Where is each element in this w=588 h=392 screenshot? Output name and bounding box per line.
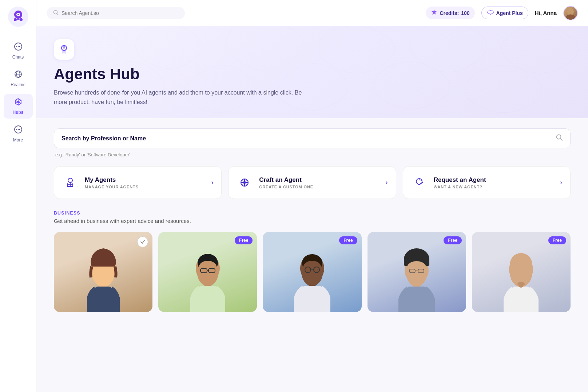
svg-point-23	[16, 129, 17, 130]
hero-description: Browse hundreds of done-for-you AI agent…	[54, 88, 309, 107]
craft-agent-card[interactable]: Craft an Agent CREATE A CUSTOM ONE ›	[228, 166, 396, 199]
credits-text: Credits:	[440, 10, 459, 16]
sidebar-item-label: Realms	[11, 82, 25, 87]
my-agents-title: My Agents	[85, 176, 205, 184]
craft-agent-arrow: ›	[386, 179, 388, 186]
header-right: Credits: 100 Agent Plus Hi, Anna	[426, 6, 578, 20]
global-search-input[interactable]	[61, 10, 178, 16]
main-area: Credits: 100 Agent Plus Hi, Anna	[36, 0, 588, 392]
svg-point-25	[19, 129, 20, 130]
credits-value: 100	[461, 10, 469, 16]
credits-badge: Credits: 100	[426, 7, 474, 19]
svg-point-3	[17, 14, 19, 15]
header: Credits: 100 Agent Plus Hi, Anna	[36, 0, 588, 26]
svg-rect-6	[17, 19, 20, 20]
search-icon	[53, 10, 59, 16]
agent-card[interactable]: Free	[368, 232, 466, 312]
chats-icon	[14, 42, 23, 53]
request-agent-title: Request an Agent	[434, 176, 554, 184]
hubs-icon	[14, 97, 23, 108]
svg-point-4	[14, 18, 17, 21]
svg-point-35	[557, 135, 561, 139]
business-desc: Get ahead in business with expert advice…	[54, 218, 571, 224]
business-section: BUSINESS Get ahead in business with expe…	[36, 199, 588, 224]
more-icon	[14, 125, 23, 136]
user-avatar[interactable]	[563, 6, 578, 20]
craft-agent-title: Craft an Agent	[259, 176, 379, 184]
svg-point-34	[63, 46, 65, 48]
sidebar-item-realms[interactable]: Realms	[4, 66, 33, 91]
svg-marker-28	[432, 9, 437, 15]
svg-point-31	[566, 14, 575, 20]
request-agent-subtitle: WANT A NEW AGENT?	[434, 185, 554, 189]
hi-user-text: Hi, Anna	[535, 10, 557, 16]
sidebar-item-label: More	[13, 137, 23, 143]
request-agent-text: Request an Agent WANT A NEW AGENT?	[434, 176, 554, 189]
svg-point-8	[16, 46, 17, 47]
agent-card-badge: Free	[444, 236, 461, 244]
my-agents-subtitle: MANAGE YOUR AGENTS	[85, 185, 205, 189]
my-agents-card[interactable]: My Agents MANAGE YOUR AGENTS ›	[54, 166, 222, 199]
svg-line-27	[57, 13, 59, 15]
search-section: Search by Profession or Name e.g. 'Randy…	[36, 118, 588, 159]
search-hint: e.g. 'Randy' or 'Software Developer'	[54, 148, 571, 159]
agent-card-badge: Free	[339, 236, 357, 244]
hero-section: Agents Hub Browse hundreds of done-for-y…	[36, 26, 588, 118]
my-agents-arrow: ›	[211, 179, 214, 186]
agent-card-badge: Free	[235, 236, 253, 244]
agent-card[interactable]: Free	[158, 232, 257, 312]
profession-search-icon	[556, 134, 563, 143]
realms-icon	[14, 70, 23, 81]
agent-card[interactable]: Free	[263, 232, 361, 312]
svg-line-36	[561, 139, 563, 141]
my-agents-text: My Agents MANAGE YOUR AGENTS	[85, 176, 205, 189]
agent-card[interactable]: Free	[472, 232, 571, 312]
profession-search-label: Search by Profession or Name	[61, 135, 556, 142]
svg-point-24	[17, 129, 19, 130]
request-agent-card[interactable]: Request an Agent WANT A NEW AGENT? ›	[403, 166, 571, 199]
svg-point-15	[17, 101, 19, 103]
sidebar-item-label: Hubs	[13, 110, 24, 115]
svg-point-10	[19, 46, 20, 47]
svg-point-9	[17, 46, 18, 47]
request-agent-arrow: ›	[560, 179, 562, 186]
craft-agent-subtitle: CREATE A CUSTOM ONE	[259, 185, 379, 189]
svg-point-30	[568, 8, 573, 13]
request-agent-icon	[411, 175, 427, 191]
agent-cards-grid: Free	[36, 232, 588, 324]
agent-plus-icon	[487, 9, 494, 17]
agent-plus-label: Agent Plus	[496, 10, 523, 16]
my-agents-icon	[62, 175, 78, 191]
sidebar-item-hubs[interactable]: Hubs	[4, 94, 33, 119]
svg-point-5	[20, 18, 23, 21]
action-cards: My Agents MANAGE YOUR AGENTS ›	[36, 159, 588, 199]
craft-agent-icon	[237, 175, 253, 191]
sidebar-item-label: Chats	[12, 55, 24, 60]
svg-point-81	[519, 284, 523, 288]
svg-point-46	[243, 181, 246, 184]
business-label: BUSINESS	[54, 211, 571, 216]
sidebar-item-chats[interactable]: Chats	[4, 39, 33, 63]
profession-search-bar[interactable]: Search by Profession or Name	[54, 128, 571, 148]
agent-plus-badge[interactable]: Agent Plus	[481, 7, 528, 19]
hero-icon	[54, 39, 74, 60]
page-title: Agents Hub	[54, 65, 571, 83]
sidebar-item-more[interactable]: More	[4, 121, 33, 146]
credits-icon	[431, 9, 437, 17]
svg-point-37	[68, 178, 72, 183]
content-area: Agents Hub Browse hundreds of done-for-y…	[36, 26, 588, 392]
craft-agent-text: Craft an Agent CREATE A CUSTOM ONE	[259, 176, 379, 189]
agent-card[interactable]	[54, 232, 152, 312]
agent-card-badge: Free	[548, 236, 566, 244]
sidebar: Chats Realms Hubs	[0, 0, 36, 392]
global-search-bar[interactable]	[47, 7, 185, 19]
logo[interactable]	[8, 7, 28, 27]
